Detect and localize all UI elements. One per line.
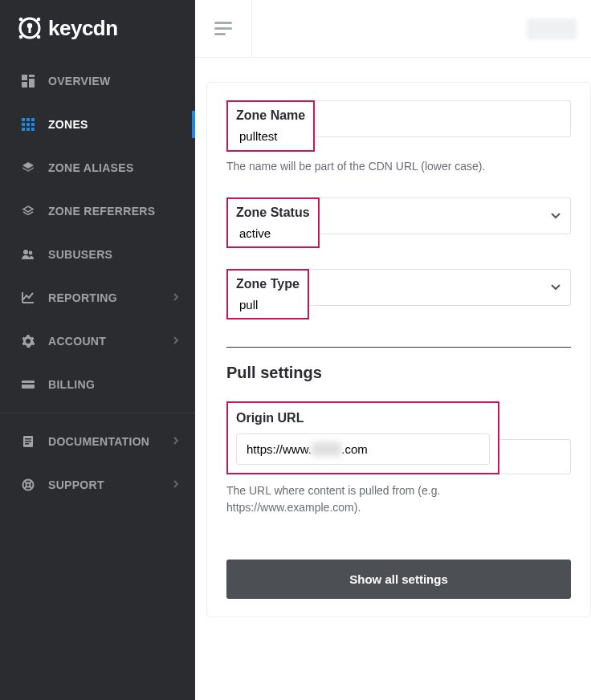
credit-card-icon (21, 377, 35, 392)
content: Zone Name The name will be part of the C… (195, 58, 591, 700)
svg-rect-13 (31, 118, 35, 121)
svg-rect-19 (31, 128, 35, 131)
svg-point-6 (37, 35, 41, 39)
nav-reporting[interactable]: REPORTING (0, 276, 195, 319)
nav-label: BILLING (48, 378, 95, 391)
zone-form-card: Zone Name The name will be part of the C… (206, 82, 591, 617)
document-icon (21, 434, 35, 449)
svg-rect-11 (22, 118, 25, 121)
origin-url-input-extend[interactable] (499, 439, 571, 474)
nav-documentation[interactable]: DOCUMENTATION (0, 420, 195, 463)
show-all-settings-button[interactable]: Show all settings (226, 560, 571, 599)
nav-zone-aliases[interactable]: ZONE ALIASES (0, 146, 195, 189)
origin-url-suffix: .com (341, 442, 368, 456)
zone-status-value: active (236, 220, 284, 240)
svg-point-5 (19, 35, 23, 39)
chart-icon (21, 291, 35, 305)
svg-rect-30 (25, 443, 29, 445)
field-zone-name: Zone Name The name will be part of the C… (207, 100, 590, 197)
svg-rect-2 (29, 27, 31, 33)
sidebar: keycdn OVERVIEW ZONES ZONE ALIASES (0, 0, 195, 700)
svg-point-3 (19, 18, 23, 22)
svg-line-33 (24, 481, 26, 483)
zone-name-input-extend[interactable] (313, 100, 571, 137)
svg-rect-12 (26, 118, 30, 121)
nav-billing[interactable]: BILLING (0, 363, 195, 406)
pull-settings-title: Pull settings (207, 364, 590, 401)
field-zone-status: Zone Status active (207, 197, 590, 269)
svg-rect-10 (22, 82, 27, 88)
users-icon (21, 247, 35, 262)
svg-rect-29 (25, 441, 31, 442)
section-divider (226, 347, 571, 348)
svg-rect-26 (22, 383, 35, 385)
svg-marker-20 (22, 162, 34, 169)
nav-overview[interactable]: OVERVIEW (0, 59, 195, 103)
chevron-right-icon (173, 291, 179, 304)
zone-type-label: Zone Type (236, 277, 300, 291)
zone-type-highlight: Zone Type pull (226, 269, 309, 319)
menu-toggle-icon[interactable] (210, 17, 237, 40)
gear-icon (21, 334, 35, 348)
svg-point-32 (26, 483, 31, 487)
svg-line-34 (30, 481, 32, 483)
origin-url-help: The URL where content is pulled from (e.… (226, 482, 571, 516)
chevron-right-icon (173, 478, 179, 491)
nav-label: ZONE ALIASES (48, 161, 134, 174)
main-nav: OVERVIEW ZONES ZONE ALIASES ZONE REFERRE… (0, 59, 195, 700)
svg-point-24 (29, 251, 33, 255)
nav-label: SUPPORT (48, 478, 104, 491)
svg-rect-7 (22, 75, 27, 80)
logo[interactable]: keycdn (0, 0, 195, 59)
nav-support[interactable]: SUPPORT (0, 463, 195, 507)
topbar-divider (251, 0, 252, 58)
zone-name-highlight: Zone Name (226, 100, 315, 152)
layers-icon (21, 161, 35, 175)
layers-outline-icon (21, 204, 35, 218)
svg-rect-9 (29, 79, 35, 88)
nav-subusers[interactable]: SUBUSERS (0, 233, 195, 276)
svg-rect-14 (22, 123, 25, 126)
nav-label: ZONE REFERRERS (48, 205, 155, 218)
zone-type-value: pull (236, 291, 284, 311)
topbar-account-blur[interactable] (527, 18, 577, 39)
nav-zone-referrers[interactable]: ZONE REFERRERS (0, 189, 195, 233)
svg-line-35 (24, 486, 26, 489)
lifebuoy-icon (21, 478, 35, 492)
nav-label: ZONES (48, 118, 88, 131)
origin-url-input[interactable]: https://www.xxxxx.com (236, 433, 490, 465)
nav-account[interactable]: ACCOUNT (0, 319, 195, 363)
svg-rect-8 (29, 75, 35, 77)
svg-point-4 (37, 18, 41, 22)
field-zone-type: Zone Type pull (207, 269, 590, 340)
svg-rect-18 (26, 128, 30, 131)
svg-rect-28 (25, 438, 31, 440)
origin-url-highlight: Origin URL https://www.xxxxx.com (226, 401, 499, 474)
zone-name-label: Zone Name (236, 108, 305, 123)
field-origin-url: Origin URL https://www.xxxxx.com The URL… (207, 401, 590, 539)
svg-line-36 (30, 486, 32, 489)
topbar (195, 0, 591, 58)
svg-rect-17 (22, 128, 25, 131)
origin-url-label: Origin URL (236, 411, 490, 425)
nav-label: ACCOUNT (48, 335, 106, 348)
zone-type-select[interactable] (308, 269, 571, 306)
zone-status-select[interactable] (318, 197, 571, 234)
nav-zones[interactable]: ZONES (0, 103, 195, 146)
origin-url-prefix: https://www. (247, 442, 312, 456)
zone-name-help: The name will be part of the CDN URL (lo… (226, 158, 571, 175)
svg-point-23 (23, 250, 28, 254)
svg-rect-15 (26, 123, 30, 126)
zone-status-label: Zone Status (236, 206, 310, 220)
main: Zone Name The name will be part of the C… (195, 0, 591, 700)
dashboard-icon (21, 74, 35, 88)
nav-divider (0, 413, 195, 413)
nav-label: DOCUMENTATION (48, 435, 149, 448)
svg-marker-22 (23, 206, 33, 212)
zone-status-highlight: Zone Status active (226, 197, 320, 248)
svg-rect-16 (31, 123, 35, 126)
chevron-right-icon (173, 435, 179, 448)
logo-text: keycdn (48, 16, 118, 41)
grid-icon (21, 117, 35, 132)
zone-name-input[interactable] (236, 123, 292, 143)
